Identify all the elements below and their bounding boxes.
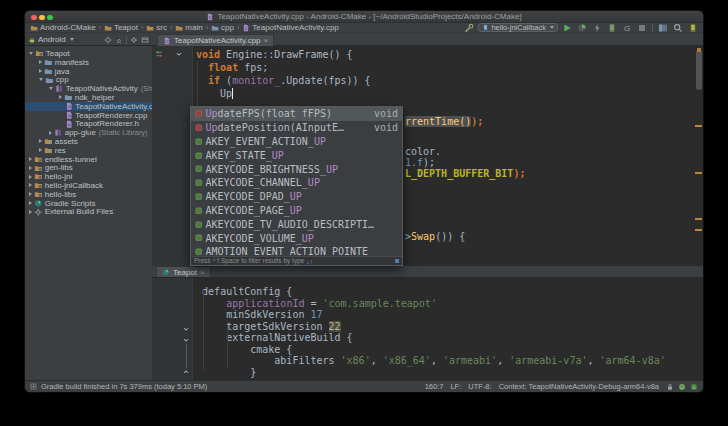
locate-button[interactable]: [104, 36, 112, 44]
apply-changes-button[interactable]: [592, 23, 602, 33]
navigate-arrows-icon[interactable]: [155, 50, 163, 58]
tree-toggle-icon[interactable]: [29, 210, 32, 214]
completion-item[interactable]: AKEYCODE_PAGE_UP: [191, 204, 402, 218]
tree-toggle-icon[interactable]: [39, 60, 42, 64]
completion-item[interactable]: AKEYCODE_VOLUME_UP: [191, 231, 402, 245]
close-window-button[interactable]: [31, 15, 37, 21]
zoom-window-button[interactable]: [47, 15, 53, 21]
tool-windows-button[interactable]: [658, 23, 668, 33]
completion-item[interactable]: AKEY_EVENT_ACTION_UP: [191, 135, 402, 149]
error-stripe-mark[interactable]: [695, 218, 702, 220]
tree-item-teapotrenderer-h[interactable]: TeapotRenderer.h: [25, 119, 152, 128]
encoding-indicator[interactable]: UTF-8:: [468, 382, 491, 391]
tree-item-label: External Build Files: [43, 207, 114, 216]
chevron-down-icon[interactable]: [70, 38, 74, 41]
title-bar[interactable]: TeapotNativeActivity.cpp - Android-CMake…: [25, 11, 703, 23]
device-button[interactable]: [607, 23, 617, 33]
tab-teapot-gradle[interactable]: Teapot ×: [156, 266, 211, 277]
tree-item-hello-libs[interactable]: hello-libs: [25, 190, 152, 199]
breadcrumb-item[interactable]: main: [175, 23, 202, 32]
hide-panel-button[interactable]: [141, 36, 149, 44]
inspection-indicator[interactable]: [697, 48, 701, 52]
tree-item-hello-jnicallback[interactable]: hello-jniCallback: [25, 181, 152, 190]
const-icon: [195, 193, 203, 201]
tree-toggle-icon[interactable]: [39, 69, 42, 73]
tree-item-gen-libs[interactable]: gen-libs: [25, 163, 152, 172]
completion-item[interactable]: UpdatePosition(AInputE…void: [191, 121, 402, 135]
breadcrumb-item[interactable]: Teapot: [104, 23, 138, 32]
tree-toggle-icon[interactable]: [49, 131, 52, 135]
tree-toggle-icon[interactable]: [39, 139, 42, 143]
error-stripe-mark[interactable]: [695, 229, 702, 231]
profile-button[interactable]: [577, 23, 587, 33]
tree-item-teapot[interactable]: Teapot: [25, 49, 152, 58]
caret-position[interactable]: 160:7: [425, 382, 444, 391]
lock-icon[interactable]: [666, 383, 674, 391]
completion-item[interactable]: AKEYCODE_DPAD_UP: [191, 190, 402, 204]
search-everywhere-button[interactable]: [673, 23, 683, 33]
breadcrumb-item[interactable]: TeapotNativeActivity.cpp: [242, 23, 339, 32]
tree-item-cpp[interactable]: cpp: [25, 75, 152, 84]
tree-item-app-glue[interactable]: app-glue(Static Library): [25, 128, 152, 137]
completion-item[interactable]: AKEYCODE_BRIGHTNESS_UP: [191, 162, 402, 176]
project-view-selector[interactable]: Android: [38, 35, 66, 44]
tree-item-label: app-glue: [63, 128, 96, 137]
tree-item-endless-tunnel[interactable]: endless-tunnel: [25, 155, 152, 164]
notifications-icon[interactable]: 1: [690, 383, 698, 391]
tree-toggle-icon[interactable]: [29, 175, 32, 179]
attach-debugger-button[interactable]: G: [622, 23, 632, 33]
settings-button[interactable]: [130, 36, 138, 44]
completion-item[interactable]: AKEYCODE_CHANNEL_UP: [191, 176, 402, 190]
line-ending-indicator[interactable]: LF:: [450, 382, 461, 391]
tree-toggle-icon[interactable]: [29, 157, 32, 161]
breadcrumb-item[interactable]: Android-CMake: [30, 23, 96, 32]
tree-toggle-icon[interactable]: [29, 183, 32, 187]
tree-item-assets[interactable]: assets: [25, 137, 152, 146]
tree-toggle-icon[interactable]: [29, 201, 32, 205]
completion-item[interactable]: AKEY_STATE_UP: [191, 148, 402, 162]
breadcrumb-item[interactable]: cpp: [211, 23, 234, 32]
run-button[interactable]: [562, 23, 572, 33]
tree-toggle-icon[interactable]: [29, 166, 32, 170]
tree-toggle-icon[interactable]: [29, 192, 32, 196]
run-configuration-select[interactable]: hello-jniCallback: [478, 23, 558, 32]
avd-manager-button[interactable]: [688, 23, 698, 33]
const-icon: [195, 207, 203, 215]
fold-region-icon[interactable]: [175, 50, 183, 58]
editor-scrollbar[interactable]: [696, 50, 702, 90]
stop-button[interactable]: [637, 23, 647, 33]
collapse-all-button[interactable]: [115, 36, 123, 44]
error-stripe-mark[interactable]: [695, 125, 702, 127]
gradle-editor[interactable]: defaultConfig { applicationId = 'com.sam…: [152, 278, 703, 380]
breadcrumb-item[interactable]: src: [146, 23, 167, 32]
tree-toggle-icon[interactable]: [39, 78, 43, 81]
tree-item-teapotnativeactivity[interactable]: TeapotNativeActivity(Shared Library): [25, 84, 152, 93]
tree-item-teapotnativeactivity-cpp[interactable]: TeapotNativeActivity.cpp: [25, 102, 152, 111]
tree-item-label: Teapot: [44, 49, 70, 58]
tab-teapotnativeactivity-cpp[interactable]: TeapotNativeActivity.cpp ×: [157, 34, 274, 46]
close-tab-icon[interactable]: ×: [200, 268, 205, 277]
minimize-window-button[interactable]: [39, 15, 45, 21]
tree-toggle-icon[interactable]: [39, 148, 42, 152]
tree-item-res[interactable]: res: [25, 146, 152, 155]
tree-item-ndk-helper[interactable]: ndk_helper: [25, 93, 152, 102]
tree-item-teapotrenderer-cpp[interactable]: TeapotRenderer.cpp: [25, 111, 152, 120]
error-stripe-mark[interactable]: [695, 172, 702, 174]
close-tab-icon[interactable]: ×: [264, 36, 269, 45]
tree-item-manifests[interactable]: manifests: [25, 58, 152, 67]
toolwindow-switcher-icon[interactable]: [30, 383, 37, 390]
library-icon: [55, 84, 64, 93]
hector-icon[interactable]: [678, 383, 686, 391]
completion-item[interactable]: AKEYCODE_TV_AUDIO_DESCRIPTI…: [191, 217, 402, 231]
tree-item-hello-jni[interactable]: hello-jni: [25, 172, 152, 181]
tree-toggle-icon[interactable]: [59, 95, 62, 99]
tree-toggle-icon[interactable]: [29, 52, 33, 55]
make-project-button[interactable]: [464, 23, 474, 33]
res-folder-icon: [44, 146, 53, 155]
tree-item-gradle-scripts[interactable]: Gradle Scripts: [25, 199, 152, 208]
tree-item-java[interactable]: java: [25, 67, 152, 76]
tree-toggle-icon[interactable]: [49, 87, 53, 90]
completion-item[interactable]: UpdateFPS(float fFPS)void: [191, 107, 402, 121]
traffic-lights: [31, 15, 53, 21]
tree-item-external-build-files[interactable]: External Build Files: [25, 207, 152, 216]
